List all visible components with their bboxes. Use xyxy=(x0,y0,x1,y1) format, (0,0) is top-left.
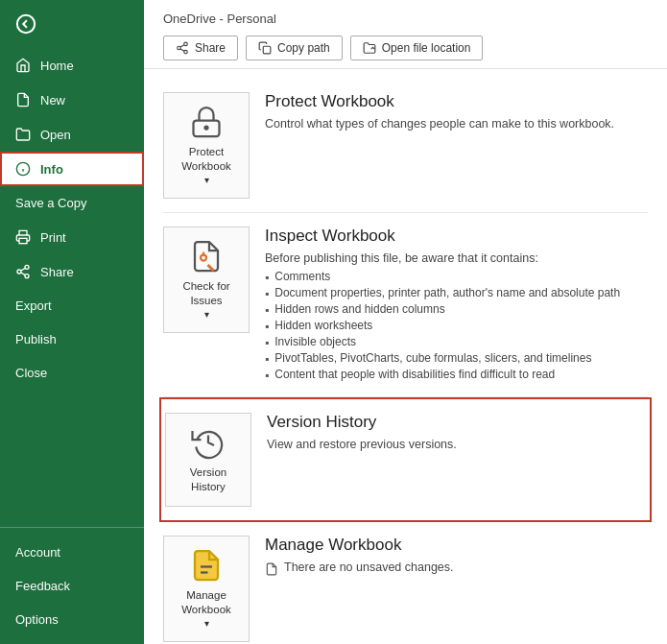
protect-workbook-label: ProtectWorkbook ▾ xyxy=(181,145,231,186)
folder-icon xyxy=(363,41,376,55)
copy-icon xyxy=(258,41,272,55)
sidebar-item-print[interactable]: Print xyxy=(0,220,144,254)
version-history-button[interactable]: VersionHistory xyxy=(165,413,251,507)
sidebar-item-label: Publish xyxy=(15,332,57,346)
manage-workbook-section: ManageWorkbook ▾ Manage Workbook There a… xyxy=(163,522,648,644)
inspect-workbook-title: Inspect Workbook xyxy=(265,227,648,246)
sidebar-item-info[interactable]: Info xyxy=(0,152,144,186)
sidebar-item-label: Share xyxy=(40,265,74,279)
manage-workbook-desc: There are no unsaved changes. xyxy=(284,561,454,574)
sidebar-item-options[interactable]: Options xyxy=(0,603,144,636)
svg-point-7 xyxy=(25,274,29,278)
header-buttons: Share Copy path Open file location xyxy=(163,36,648,60)
history-icon xyxy=(191,425,226,460)
open-icon xyxy=(15,127,31,142)
svg-point-10 xyxy=(184,42,188,46)
new-icon xyxy=(15,92,31,107)
version-history-title: Version History xyxy=(267,413,646,432)
no-changes-icon xyxy=(265,562,278,576)
sidebar-item-label: Account xyxy=(15,545,60,560)
sidebar: Home New Open Info Save a Copy xyxy=(0,0,144,644)
info-icon xyxy=(15,161,31,177)
svg-point-0 xyxy=(17,15,35,33)
inspect-icon xyxy=(189,239,224,274)
inspect-workbook-section: Check forIssues ▾ Inspect Workbook Befor… xyxy=(163,213,648,397)
svg-line-9 xyxy=(21,268,26,271)
manage-icon xyxy=(189,548,224,583)
list-item: Document properties, printer path, autho… xyxy=(265,285,648,301)
manage-workbook-label: ManageWorkbook ▾ xyxy=(181,588,231,630)
sidebar-item-open[interactable]: Open xyxy=(0,117,144,152)
open-file-location-button[interactable]: Open file location xyxy=(350,36,484,60)
share-label: Share xyxy=(195,41,226,55)
protect-workbook-title: Protect Workbook xyxy=(265,92,648,111)
protect-workbook-button[interactable]: ProtectWorkbook ▾ xyxy=(163,92,250,199)
manage-workbook-title: Manage Workbook xyxy=(265,536,648,555)
svg-point-18 xyxy=(201,254,206,260)
check-issues-button[interactable]: Check forIssues ▾ xyxy=(163,227,250,333)
manage-workbook-content: Manage Workbook There are no unsaved cha… xyxy=(265,536,648,578)
svg-rect-4 xyxy=(19,238,27,243)
version-history-content: Version History View and restore previou… xyxy=(267,413,646,455)
list-item: Content that people with disabilities fi… xyxy=(265,367,648,383)
version-history-section: VersionHistory Version History View and … xyxy=(159,397,652,522)
list-item: Comments xyxy=(265,269,648,285)
sidebar-nav: Home New Open Info Save a Copy xyxy=(0,48,144,519)
back-icon xyxy=(15,13,36,35)
inspect-workbook-desc: Before publishing this file, be aware th… xyxy=(265,251,648,265)
svg-point-6 xyxy=(17,270,21,274)
svg-point-12 xyxy=(184,50,188,54)
sidebar-item-save-copy[interactable]: Save a Copy xyxy=(0,186,144,220)
copy-path-label: Copy path xyxy=(277,41,330,55)
print-icon xyxy=(15,229,31,245)
share-icon xyxy=(176,41,189,55)
version-history-desc: View and restore previous versions. xyxy=(267,438,646,451)
inspect-workbook-content: Inspect Workbook Before publishing this … xyxy=(265,227,648,383)
share-button[interactable]: Share xyxy=(163,36,238,60)
svg-line-13 xyxy=(180,49,184,51)
sidebar-item-publish[interactable]: Publish xyxy=(0,322,144,356)
protect-workbook-section: ProtectWorkbook ▾ Protect Workbook Contr… xyxy=(163,79,648,213)
inspect-workbook-list: Comments Document properties, printer pa… xyxy=(265,269,648,383)
svg-line-14 xyxy=(180,45,184,47)
location-label: OneDrive - Personal xyxy=(163,12,648,26)
check-issues-label: Check forIssues ▾ xyxy=(182,279,229,321)
sidebar-item-label: Info xyxy=(40,162,63,177)
sidebar-item-share[interactable]: Share xyxy=(0,254,144,289)
main-header: OneDrive - Personal Share Copy path xyxy=(144,0,667,69)
sidebar-item-label: Home xyxy=(40,59,74,73)
share-icon xyxy=(15,264,31,279)
protect-workbook-content: Protect Workbook Control what types of c… xyxy=(265,92,648,134)
version-history-label: VersionHistory xyxy=(190,465,226,494)
sidebar-item-label: Close xyxy=(15,366,47,380)
sidebar-item-label: Save a Copy xyxy=(15,196,86,210)
info-sections: ProtectWorkbook ▾ Protect Workbook Contr… xyxy=(144,69,667,644)
sidebar-item-label: Feedback xyxy=(15,579,70,593)
list-item: Hidden rows and hidden columns xyxy=(265,301,648,318)
sidebar-item-feedback[interactable]: Feedback xyxy=(0,569,144,603)
sidebar-item-home[interactable]: Home xyxy=(0,48,144,83)
sidebar-item-label: Export xyxy=(15,298,52,313)
list-item: Hidden worksheets xyxy=(265,318,648,334)
protect-workbook-desc: Control what types of changes people can… xyxy=(265,117,648,131)
svg-line-8 xyxy=(21,273,26,275)
main-content: OneDrive - Personal Share Copy path xyxy=(144,0,667,644)
home-icon xyxy=(15,58,31,73)
sidebar-bottom: Account Feedback Options xyxy=(0,536,144,644)
svg-point-5 xyxy=(25,265,29,269)
list-item: PivotTables, PivotCharts, cube formulas,… xyxy=(265,350,648,367)
svg-point-17 xyxy=(205,127,208,130)
sidebar-item-export[interactable]: Export xyxy=(0,289,144,322)
sidebar-item-close[interactable]: Close xyxy=(0,356,144,390)
copy-path-button[interactable]: Copy path xyxy=(246,36,343,60)
sidebar-item-account[interactable]: Account xyxy=(0,536,144,569)
sidebar-item-label: Options xyxy=(15,612,59,627)
back-button[interactable] xyxy=(0,0,144,48)
sidebar-item-new[interactable]: New xyxy=(0,83,144,117)
lock-icon xyxy=(189,105,224,139)
svg-rect-15 xyxy=(263,46,271,54)
svg-point-11 xyxy=(178,46,181,50)
manage-workbook-button[interactable]: ManageWorkbook ▾ xyxy=(163,536,250,642)
sidebar-item-label: Print xyxy=(40,230,66,245)
sidebar-item-label: New xyxy=(40,93,65,107)
